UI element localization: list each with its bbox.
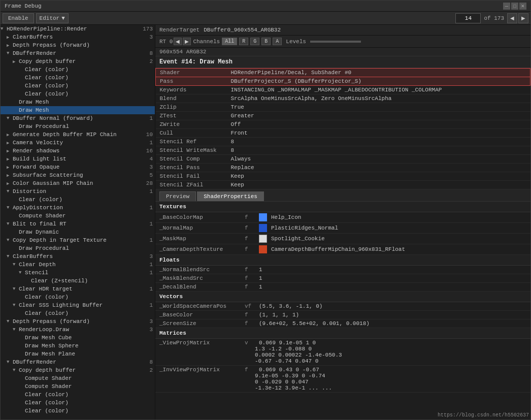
- close-button[interactable]: ✕: [519, 3, 526, 10]
- tree-item-dbufferrender2[interactable]: ▼ DBufferRender 8: [1, 358, 155, 366]
- tree-item-buildlight[interactable]: ▶ Build Light list 4: [1, 155, 155, 163]
- tree-arrow-icon: ▶: [7, 140, 13, 146]
- prop-row-stencilzfail: Stencil ZFail Keep: [156, 181, 530, 189]
- channel-b-button[interactable]: B: [261, 38, 271, 45]
- editor-label: Editor: [40, 15, 60, 21]
- tree-item-computeshader2[interactable]: Compute Shader: [1, 374, 155, 382]
- tree-item-clearhdrtarget[interactable]: ▼ Clear HDR target 1: [1, 285, 155, 293]
- tree-item-generatedepth[interactable]: ▶ Generate Depth Buffer MIP Chain 10: [1, 131, 155, 139]
- frame-input[interactable]: [455, 13, 481, 23]
- next-frame-button[interactable]: ▶: [518, 13, 528, 23]
- minimize-button[interactable]: ─: [503, 3, 510, 10]
- frame-debug-window: Frame Debug ─ □ ✕ Enable Editor ▼ of 173…: [0, 0, 531, 420]
- tab-shaderproperties[interactable]: ShaderProperties: [197, 191, 264, 201]
- tree-arrow-icon: ▶: [7, 181, 13, 186]
- tree-item-cleardepth[interactable]: ▼ Clear Depth 1: [1, 261, 155, 269]
- tree-item-drawmesh2[interactable]: Draw Mesh: [1, 106, 155, 114]
- tree-label: Compute Shader: [25, 375, 153, 381]
- prop-key-stencilwritemask: Stencil WriteMask: [156, 146, 227, 155]
- channel-r-button[interactable]: R: [239, 38, 248, 45]
- tree-item-forwardopaque[interactable]: ▶ Forward Opaque 3: [1, 163, 155, 171]
- tree-item-clearbuffers2[interactable]: ▼ ClearBuffers 3: [1, 252, 155, 261]
- prev-frame-button[interactable]: ◀: [507, 13, 517, 23]
- rt-next-button[interactable]: ▶: [183, 38, 191, 45]
- tex-type: f: [245, 225, 255, 231]
- shader-tabs-bar: Preview ShaderProperties: [155, 189, 530, 202]
- mat-extra-row1: 9.1e-05 -0.39 0 -0.74: [159, 373, 526, 379]
- tree-item-cameravel[interactable]: ▶ Camera Velocity 1: [1, 139, 155, 147]
- channel-all-button[interactable]: All: [222, 38, 237, 45]
- tree-item-clearssslighting[interactable]: ▼ Clear SSS Lighting Buffer 1: [1, 301, 155, 309]
- tree-label: Camera Velocity: [13, 140, 143, 146]
- tree-item-stencil[interactable]: ▼ Stencil 1: [1, 269, 155, 277]
- tree-item-drawprocedural1[interactable]: Draw Procedural: [1, 122, 155, 131]
- prop-row-keywords: Keywords INSTANCING_ON _NORMALMAP _MASKM…: [156, 86, 530, 94]
- tree-item-copydepthtarget[interactable]: ▼ Copy Depth in Target Texture 1: [1, 236, 155, 244]
- mat-type: v: [245, 340, 255, 346]
- tree-label: Draw Mesh Plane: [25, 351, 153, 357]
- tree-item-applydistortion[interactable]: ▼ ApplyDistortion 1: [1, 204, 155, 212]
- tree-item-clearzstencil[interactable]: Clear (Z+stencil): [1, 277, 155, 285]
- tree-item-blitfinalrt[interactable]: ▼ Blit to final RT 1: [1, 220, 155, 228]
- prop-row-blend: Blend SrcAlpha OneMinusSrcAlpha, Zero On…: [156, 94, 530, 103]
- tree-item-drawmeshplane[interactable]: Draw Mesh Plane: [1, 350, 155, 358]
- tree-label: Clear Depth: [19, 262, 143, 268]
- tree-item-drawmeshcube[interactable]: Draw Mesh Cube: [1, 334, 155, 342]
- levels-slider[interactable]: [310, 41, 361, 43]
- nav-controls: of 173 ◀ ▶: [455, 13, 528, 23]
- tree-item-subsurface[interactable]: ▶ Subsurface Scattering 5: [1, 171, 155, 179]
- tree-label: Compute Shader: [25, 383, 153, 390]
- tree-item-computeshader3[interactable]: Compute Shader: [1, 382, 155, 391]
- tree-item-clearcolor3[interactable]: Clear (color): [1, 82, 155, 90]
- tree-item-clearbuffers1[interactable]: ▶ ClearBuffers 3: [1, 33, 155, 41]
- editor-dropdown[interactable]: Editor ▼: [36, 13, 69, 23]
- tree-label: Depth Prepass (forward): [13, 42, 143, 48]
- tree-label: Clear SSS Lighting Buffer: [19, 302, 143, 308]
- tab-preview[interactable]: Preview: [159, 191, 196, 201]
- tree-item-clearcolor2[interactable]: Clear (color): [1, 74, 155, 82]
- tree-count: 1: [143, 140, 153, 146]
- channel-g-button[interactable]: G: [250, 38, 259, 45]
- enable-button[interactable]: Enable: [3, 13, 34, 23]
- tree-arrow-icon: ▼: [13, 327, 19, 332]
- prop-key-stencilpass: Stencil Pass: [156, 164, 227, 172]
- tree-item-clearcolor8[interactable]: Clear (color): [1, 391, 155, 399]
- tree-item-clearcolor7[interactable]: Clear (color): [1, 309, 155, 317]
- tree-item-distortion[interactable]: ▼ Distortion 1: [1, 187, 155, 196]
- prop-val-stencilwritemask: 8: [227, 146, 530, 155]
- tree-item-depthprepass[interactable]: ▶ Depth Prepass (forward): [1, 41, 155, 49]
- maximize-button[interactable]: □: [511, 3, 518, 10]
- tree-item-depthprepass2[interactable]: ▼ Depth Prepass (forward) 3: [1, 317, 155, 326]
- tree-item-drawdynamic[interactable]: Draw Dynamic: [1, 228, 155, 236]
- tree-label: Blit to final RT: [13, 221, 143, 227]
- tree-item-drawmesh1[interactable]: Draw Mesh: [1, 98, 155, 106]
- mat-type: f: [245, 367, 255, 373]
- tree-item-drawprocedural2[interactable]: Draw Procedural: [1, 244, 155, 252]
- tree-arrow-icon: ▼: [7, 205, 13, 210]
- tree-item-dbufferrender[interactable]: ▼ DBufferRender 8: [1, 49, 155, 57]
- tree-item-hdrp[interactable]: ▼ HDRenderPipeline::Render 173: [1, 25, 155, 33]
- tree-arrow-icon: ▼: [7, 189, 13, 194]
- channel-a-button[interactable]: A: [273, 38, 282, 45]
- tree-item-drawmeshsphere[interactable]: Draw Mesh Sphere: [1, 342, 155, 350]
- tree-item-clearcolor10[interactable]: Clear (color): [1, 407, 155, 415]
- tree-item-copydepth[interactable]: ▶ Copy depth buffer 2: [1, 57, 155, 66]
- tree-item-dbuffernormal[interactable]: ▼ DBuffer Normal (forward) 1: [1, 114, 155, 122]
- tree-label: Clear (color): [25, 294, 153, 300]
- tree-item-computeshader1[interactable]: Compute Shader: [1, 212, 155, 220]
- tree-item-clearcolor9[interactable]: Clear (color): [1, 399, 155, 407]
- tree-item-copydepthbuffer2[interactable]: ▼ Copy depth buffer 2: [1, 366, 155, 374]
- tree-item-rendershadows[interactable]: ▶ Render shadows 16: [1, 147, 155, 155]
- tree-label: HDRenderPipeline::Render: [7, 26, 141, 32]
- tree-item-clearcolor4[interactable]: Clear (color): [1, 90, 155, 98]
- tree-label: Clear (color): [25, 408, 153, 414]
- rt-prev-button[interactable]: ◀: [174, 38, 182, 45]
- tree-item-clearcolor6[interactable]: Clear (color): [1, 293, 155, 301]
- tree-arrow-icon: ▶: [7, 43, 13, 48]
- tree-item-clearcolor1[interactable]: Clear (color): [1, 66, 155, 74]
- tree-item-clearcolor5[interactable]: Clear (color): [1, 196, 155, 204]
- tex-value: PlasticRidges_Normal: [271, 225, 526, 231]
- tree-item-colorgaussian[interactable]: ▶ Color Gaussian MIP Chain 28: [1, 179, 155, 187]
- tree-item-renderloop[interactable]: ▼ RenderLoop.Draw 3: [1, 326, 155, 334]
- texture-row-normalmap: _NormalMap f PlasticRidges_Normal: [155, 223, 530, 234]
